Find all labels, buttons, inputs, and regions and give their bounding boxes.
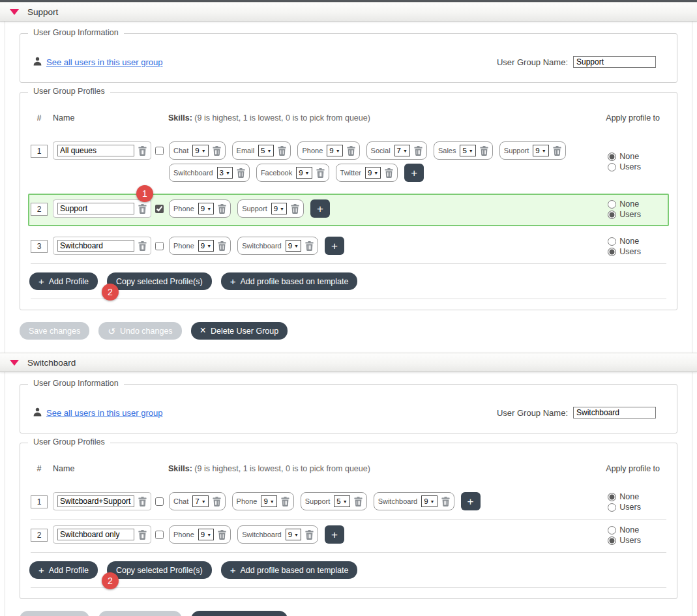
remove-skill-trash-icon[interactable] [213, 497, 221, 506]
apply-radio-users[interactable] [608, 163, 616, 171]
profile-name-input[interactable] [57, 495, 134, 507]
add-skill-button[interactable]: + [310, 199, 330, 218]
add-skill-button[interactable]: + [461, 492, 481, 510]
undo-changes-button[interactable]: ↺Undo changes [98, 322, 181, 340]
apply-option-users[interactable]: Users [608, 536, 666, 545]
user-group-name-input[interactable] [573, 407, 656, 418]
apply-radio-users[interactable] [608, 536, 616, 545]
column-header-number: # [31, 113, 48, 123]
skill-level-value: 9 [288, 531, 292, 538]
skill-level-select[interactable]: 9▼ [286, 529, 301, 540]
add-profile-template-button[interactable]: +Add profile based on template [221, 272, 358, 290]
profile-select-checkbox[interactable] [155, 242, 164, 250]
apply-radio-none[interactable] [608, 153, 616, 161]
add-profile-button[interactable]: +Add Profile [29, 561, 98, 579]
apply-option-none[interactable]: None [608, 237, 666, 246]
see-all-users-link[interactable]: See all users in this user group [46, 57, 162, 67]
save-changes-button[interactable]: Save changes [20, 611, 89, 616]
apply-option-users[interactable]: Users [608, 162, 666, 171]
skill-level-select[interactable]: 9▼ [261, 495, 276, 507]
remove-skill-trash-icon[interactable] [347, 146, 355, 156]
apply-radio-users[interactable] [608, 248, 616, 256]
skill-level-select[interactable]: 7▼ [394, 145, 410, 156]
apply-radio-none[interactable] [608, 237, 616, 246]
remove-skill-trash-icon[interactable] [291, 204, 299, 214]
remove-skill-trash-icon[interactable] [218, 204, 226, 214]
remove-skill-trash-icon[interactable] [305, 530, 314, 540]
add-profile-template-button[interactable]: +Add profile based on template [221, 561, 358, 579]
skill-level-select[interactable]: 5▼ [460, 145, 475, 156]
remove-skill-trash-icon[interactable] [305, 241, 314, 251]
remove-skill-trash-icon[interactable] [441, 497, 450, 506]
section-header-switchboard[interactable]: Switchboard [0, 353, 697, 372]
skill-level-select[interactable]: 9▼ [327, 145, 342, 156]
delete-profile-trash-icon[interactable] [138, 241, 147, 251]
section-header-support[interactable]: Support [0, 2, 697, 22]
remove-skill-trash-icon[interactable] [281, 497, 289, 506]
profile-name-input[interactable] [57, 240, 134, 252]
add-profile-button[interactable]: +Add Profile [29, 272, 98, 290]
skill-level-select[interactable]: 9▼ [296, 167, 312, 179]
delete-profile-trash-icon[interactable] [138, 497, 147, 506]
profile-name-input[interactable] [57, 203, 134, 214]
apply-option-users[interactable]: Users [608, 247, 666, 256]
remove-skill-trash-icon[interactable] [237, 168, 245, 178]
delete-user-group-button[interactable]: ×Delete User Group [191, 611, 288, 616]
apply-radio-none[interactable] [608, 493, 616, 501]
add-skill-button[interactable]: + [325, 525, 344, 544]
apply-radio-users[interactable] [608, 211, 616, 219]
skill-level-select[interactable]: 9▼ [198, 529, 214, 540]
delete-profile-trash-icon[interactable] [138, 530, 147, 540]
apply-option-users[interactable]: Users [608, 210, 666, 219]
skill-level-select[interactable]: 9▼ [192, 145, 208, 156]
remove-skill-trash-icon[interactable] [354, 497, 363, 506]
apply-radio-none[interactable] [608, 200, 616, 209]
remove-skill-trash-icon[interactable] [278, 146, 286, 156]
remove-skill-trash-icon[interactable] [213, 146, 221, 156]
chevron-down-icon: ▼ [280, 207, 284, 211]
skill-level-select[interactable]: 5▼ [334, 495, 349, 507]
profile-select-checkbox[interactable] [155, 205, 164, 213]
skill-level-select[interactable]: 9▼ [533, 145, 548, 156]
remove-skill-trash-icon[interactable] [553, 146, 561, 156]
skill-level-select[interactable]: 9▼ [198, 203, 214, 214]
skill-level-select[interactable]: 9▼ [198, 240, 214, 252]
skill-level-select[interactable]: 3▼ [217, 167, 233, 179]
save-changes-button[interactable]: Save changes [20, 322, 89, 340]
apply-option-none[interactable]: None [608, 492, 666, 501]
remove-skill-trash-icon[interactable] [414, 146, 423, 156]
skill-level-select[interactable]: 9▼ [271, 203, 287, 214]
profile-select-checkbox[interactable] [155, 147, 164, 155]
delete-profile-trash-icon[interactable] [138, 146, 147, 156]
apply-option-none[interactable]: None [608, 152, 666, 161]
skill-level-select[interactable]: 9▼ [421, 495, 437, 507]
user-group-name-input[interactable] [573, 56, 656, 68]
remove-skill-trash-icon[interactable] [385, 168, 393, 178]
profile-name-input[interactable] [57, 529, 134, 540]
remove-skill-trash-icon[interactable] [480, 146, 488, 156]
remove-skill-trash-icon[interactable] [316, 168, 325, 178]
profile-select-checkbox[interactable] [155, 531, 164, 539]
delete-profile-trash-icon[interactable] [138, 204, 147, 214]
add-skill-button[interactable]: + [325, 237, 344, 255]
copy-selected-profiles-button[interactable]: Copy selected Profile(s) [107, 272, 212, 290]
delete-user-group-button[interactable]: ×Delete User Group [191, 322, 288, 340]
skill-level-select[interactable]: 5▼ [258, 145, 274, 156]
add-skill-button[interactable]: + [404, 164, 424, 182]
undo-changes-button[interactable]: ↺Undo changes [98, 611, 181, 616]
apply-radio-users[interactable] [608, 503, 616, 512]
copy-selected-profiles-button[interactable]: Copy selected Profile(s) [107, 561, 212, 579]
skill-level-select[interactable]: 9▼ [365, 167, 381, 179]
apply-option-users[interactable]: Users [608, 503, 666, 512]
see-all-users-link[interactable]: See all users in this user group [46, 408, 162, 418]
profile-select-checkbox[interactable] [155, 497, 164, 506]
remove-skill-trash-icon[interactable] [218, 530, 226, 540]
apply-option-none[interactable]: None [608, 525, 666, 535]
skill-level-select[interactable]: 7▼ [192, 495, 208, 507]
skill-level-select[interactable]: 9▼ [286, 240, 301, 252]
apply-option-none[interactable]: None [608, 199, 666, 209]
skill-level-value: 9 [288, 242, 292, 250]
apply-radio-none[interactable] [608, 526, 616, 535]
remove-skill-trash-icon[interactable] [218, 241, 226, 251]
profile-name-input[interactable] [57, 145, 134, 156]
